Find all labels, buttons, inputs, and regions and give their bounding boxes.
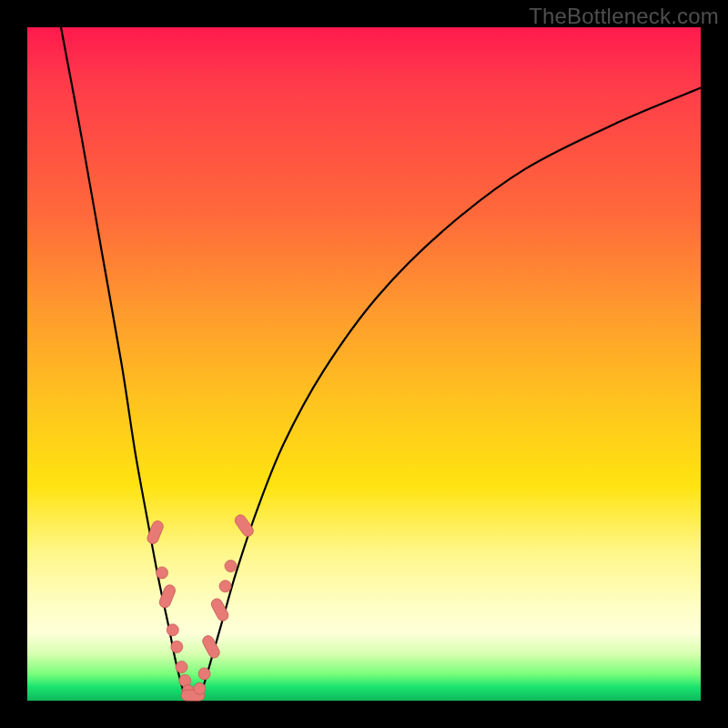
data-marker (198, 668, 210, 680)
watermark-text: TheBottleneck.com (529, 4, 719, 29)
chart-svg (27, 27, 701, 701)
data-marker (219, 581, 231, 592)
marker-layer (146, 513, 256, 702)
data-marker (157, 567, 168, 579)
data-marker (225, 561, 237, 572)
data-marker (167, 624, 178, 636)
right-curve (199, 88, 701, 701)
outer-frame: TheBottleneck.com (0, 0, 728, 728)
data-marker (171, 641, 183, 652)
data-marker (176, 662, 187, 673)
curve-layer (61, 27, 701, 701)
data-marker (194, 682, 206, 694)
